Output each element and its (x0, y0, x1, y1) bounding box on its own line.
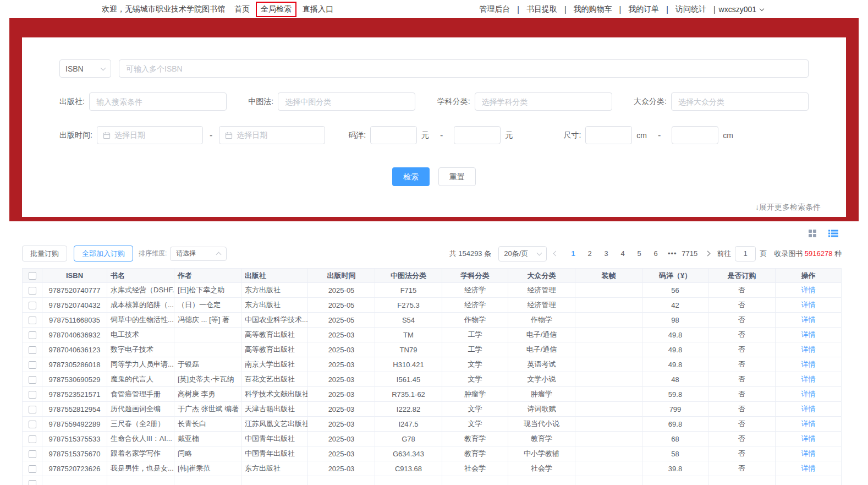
size-max-input[interactable] (672, 126, 718, 144)
list-view-button[interactable] (825, 226, 842, 241)
add-all-to-order-button[interactable]: 全部加入订购 (74, 246, 133, 261)
isbn-input[interactable] (119, 59, 809, 78)
row-checkbox[interactable] (29, 391, 36, 399)
pub-date-start-input[interactable]: 选择日期 (97, 126, 203, 144)
clc-category-input[interactable] (278, 92, 415, 111)
detail-link[interactable]: 详情 (801, 345, 816, 353)
pub-date-end-input[interactable]: 选择日期 (219, 126, 325, 144)
cell-isbn: 9787515375533 (42, 432, 107, 446)
row-checkbox[interactable] (29, 331, 36, 339)
price-max-input[interactable] (454, 126, 501, 144)
price-min-input[interactable] (370, 126, 417, 144)
row-checkbox[interactable] (29, 376, 36, 384)
cell-subject: 文学 (442, 402, 508, 417)
row-checkbox[interactable] (29, 480, 36, 485)
cell-date: 2025-03 (308, 387, 375, 402)
cell-title: 电工技术 (107, 328, 174, 342)
detail-link[interactable]: 详情 (801, 375, 816, 383)
nav-link-admin-backend[interactable]: 管理后台 (479, 4, 510, 14)
search-button[interactable]: 检索 (392, 167, 430, 186)
batch-order-button[interactable]: 批量订购 (22, 246, 67, 261)
page-size-select[interactable]: 20条/页 (498, 246, 547, 261)
publisher-input[interactable] (89, 92, 227, 111)
search-type-select[interactable]: ISBN (59, 59, 111, 78)
detail-link[interactable]: 详情 (801, 449, 816, 457)
nav-link-global-search[interactable]: 全局检索 (256, 2, 296, 17)
grid-view-button[interactable] (804, 226, 821, 241)
page-button-3[interactable]: 3 (598, 249, 614, 258)
divider: | (619, 5, 622, 14)
reset-button[interactable]: 重置 (438, 167, 476, 186)
size-min-input[interactable] (585, 126, 632, 144)
page-button-5[interactable]: 5 (631, 249, 647, 258)
nav-link-live-entry[interactable]: 直播入口 (303, 4, 333, 14)
search-type-value: ISBN (65, 64, 84, 73)
detail-link[interactable]: 详情 (801, 405, 816, 413)
row-checkbox[interactable] (29, 346, 36, 354)
column-header: 中图法分类 (375, 269, 442, 283)
row-checkbox[interactable] (29, 287, 36, 295)
page-button-4[interactable]: 4 (614, 249, 631, 258)
cell-mass: 作物学 (508, 313, 575, 328)
results-toolbar: 批量订购 全部加入订购 排序维度: 请选择 共 154293 条 20条/页 1… (22, 246, 842, 261)
cell-price (642, 476, 708, 485)
row-checkbox[interactable] (29, 361, 36, 369)
row-checkbox[interactable] (29, 302, 36, 309)
cell-date: 2025-05 (308, 313, 375, 328)
nav-link-my-cart[interactable]: 我的购物车 (574, 4, 612, 14)
cell-actions: 详情 (776, 283, 842, 298)
cell-isbn: 9787559492289 (42, 417, 107, 432)
detail-link[interactable]: 详情 (801, 390, 816, 398)
nav-link-visit-stats[interactable]: 访问统计 (675, 4, 706, 14)
row-checkbox[interactable] (29, 450, 36, 458)
expand-more-link[interactable]: ↓展开更多检索条件 (755, 203, 821, 212)
detail-link[interactable]: 详情 (801, 360, 816, 368)
table-row: 9787530690529魔鬼的代言人[英]史蒂夫·卡瓦纳百花文艺出版社2025… (23, 372, 842, 387)
row-checkbox[interactable] (29, 435, 36, 443)
detail-link[interactable]: 详情 (801, 330, 816, 339)
nav-link-book-extract[interactable]: 书目提取 (526, 4, 557, 14)
detail-link[interactable]: 详情 (801, 286, 816, 294)
cell-clc: I561.45 (375, 372, 442, 387)
detail-link[interactable]: 详情 (801, 315, 816, 324)
cell-binding (575, 476, 642, 485)
row-checkbox[interactable] (29, 465, 36, 473)
detail-link[interactable]: 详情 (801, 419, 816, 428)
detail-link[interactable]: 详情 (801, 434, 816, 443)
row-checkbox[interactable] (29, 406, 36, 413)
row-select-cell (23, 446, 42, 461)
goto-page-input[interactable] (735, 246, 756, 261)
more-pages-icon[interactable]: ••• (664, 249, 680, 258)
prev-page-button[interactable] (554, 252, 558, 255)
select-all-header-cell (23, 269, 42, 283)
nav-link-my-orders[interactable]: 我的订单 (628, 4, 659, 14)
select-all-checkbox[interactable] (29, 272, 36, 280)
cm-unit: cm (636, 131, 647, 140)
detail-link[interactable]: 详情 (801, 301, 816, 309)
cell-author: [日]松下幸之助 (174, 283, 241, 298)
table-row: 9787520740432成本核算的陷阱（...（日）一仓定东方出版社2025-… (23, 298, 842, 313)
row-checkbox[interactable] (29, 421, 36, 428)
mass-category-input[interactable] (671, 92, 809, 111)
row-checkbox[interactable] (29, 317, 36, 324)
cell-publisher (241, 476, 308, 485)
cell-isbn (42, 476, 107, 485)
page-button-1[interactable]: 1 (565, 249, 581, 258)
cell-isbn: 9787520740432 (42, 298, 107, 313)
collection-count: 收录图书 5916278 种 (774, 249, 842, 259)
mass-field: 大众分类: (634, 92, 809, 111)
mass-label: 大众分类: (634, 97, 667, 107)
next-page-button[interactable] (706, 252, 710, 255)
page-button-2[interactable]: 2 (581, 249, 598, 258)
page-button-6[interactable]: 6 (647, 249, 664, 258)
user-menu[interactable]: wxcszy001 (719, 5, 763, 14)
sort-select[interactable]: 请选择 (170, 247, 227, 261)
nav-link-home[interactable]: 首页 (234, 4, 250, 14)
nav-left: 欢迎，无锡城市职业技术学院图书馆 首页全局检索直播入口 (102, 2, 337, 17)
page-button-7715[interactable]: 7715 (680, 249, 699, 258)
detail-link[interactable]: 详情 (801, 464, 816, 472)
cell-date: 2025-05 (308, 298, 375, 313)
cell-ordered: 否 (708, 432, 776, 446)
row-select-cell (23, 417, 42, 432)
subject-category-input[interactable] (475, 92, 612, 111)
